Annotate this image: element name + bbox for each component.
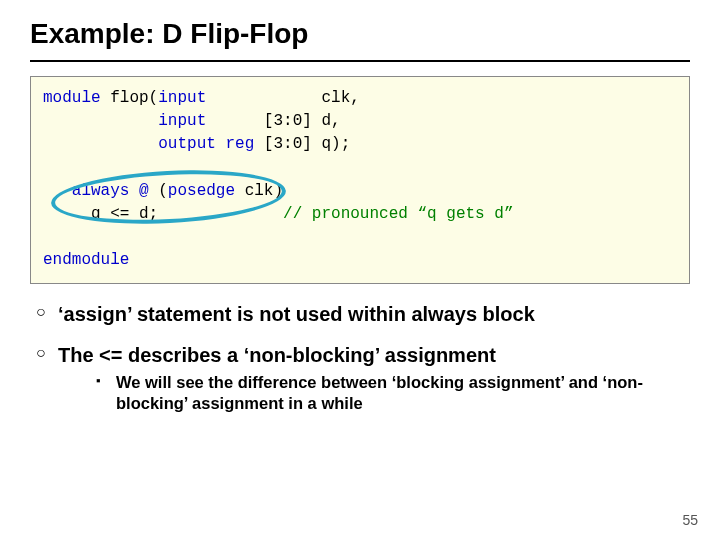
code-text: ( xyxy=(149,182,168,200)
kw-posedge: posedge xyxy=(168,182,235,200)
kw-input: input xyxy=(158,112,206,130)
code-text xyxy=(43,135,158,153)
code-blank xyxy=(43,159,53,177)
bullet-item: ○ ‘assign’ statement is not used within … xyxy=(36,302,690,327)
code-text: [3:0] d, xyxy=(206,112,340,130)
page-number: 55 xyxy=(682,512,698,528)
bullet-square-icon: ▪ xyxy=(96,372,116,390)
code-comment: // pronounced “q gets d” xyxy=(283,205,513,223)
bullet-list: ○ ‘assign’ statement is not used within … xyxy=(30,302,690,415)
sub-bullet-text: We will see the difference between ‘bloc… xyxy=(116,372,690,415)
kw-module: module xyxy=(43,89,101,107)
slide-title: Example: D Flip-Flop xyxy=(30,18,690,50)
code-text: flop( xyxy=(101,89,159,107)
code-text xyxy=(43,112,158,130)
code-text: clk) xyxy=(235,182,283,200)
code-text xyxy=(43,182,72,200)
kw-endmodule: endmodule xyxy=(43,251,129,269)
sub-bullet-item: ▪ We will see the difference between ‘bl… xyxy=(96,372,690,415)
code-blank xyxy=(43,228,53,246)
bullet-item: ○ The <= describes a ‘non-blocking’ assi… xyxy=(36,343,690,415)
bullet-text: ‘assign’ statement is not used within al… xyxy=(58,302,535,327)
code-text: clk, xyxy=(206,89,360,107)
code-text: q <= d; xyxy=(43,205,283,223)
code-block: module flop(input clk, input [3:0] d, ou… xyxy=(30,76,690,284)
bullet-circle-icon: ○ xyxy=(36,343,58,364)
bullet-text: The <= describes a ‘non-blocking’ assign… xyxy=(58,343,690,368)
title-underline xyxy=(30,60,690,62)
code-text: [3:0] q); xyxy=(254,135,350,153)
kw-output-reg: output reg xyxy=(158,135,254,153)
kw-always: always @ xyxy=(72,182,149,200)
kw-input: input xyxy=(158,89,206,107)
bullet-circle-icon: ○ xyxy=(36,302,58,323)
